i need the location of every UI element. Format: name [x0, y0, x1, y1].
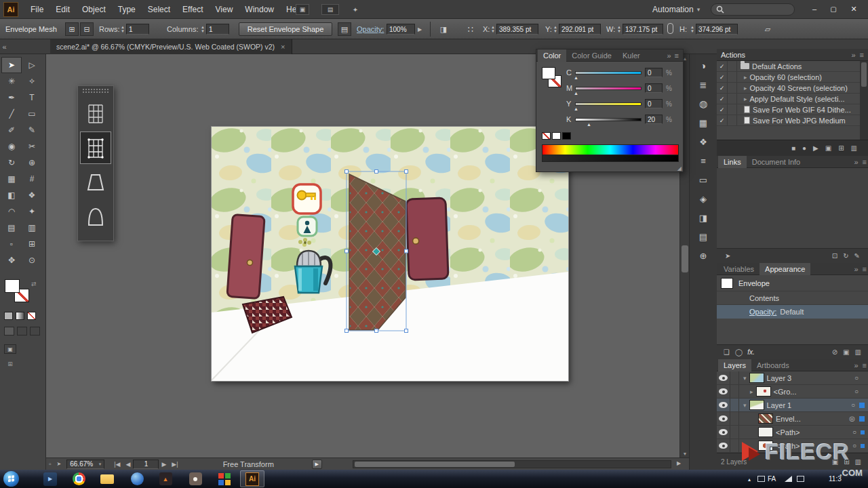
- workspace-switcher[interactable]: Automation ▾: [652, 0, 700, 19]
- search-input[interactable]: [711, 3, 795, 16]
- menu-type[interactable]: Type: [112, 0, 142, 19]
- artboard-tool-icon[interactable]: ⊞: [22, 236, 42, 252]
- duplicate-item-icon[interactable]: ▣: [840, 348, 852, 356]
- scroll-down-icon[interactable]: ▼: [680, 449, 690, 458]
- layer-label[interactable]: <Path>: [776, 428, 800, 436]
- h-input[interactable]: 374.296 pt: [696, 24, 738, 35]
- envelope-options-icon[interactable]: ▤: [338, 22, 351, 36]
- symbol-sprayer-tool-icon[interactable]: ▥: [22, 220, 42, 236]
- delete-item-icon[interactable]: ▥: [852, 348, 864, 356]
- layer-row[interactable]: ▾ Layer 1 ○: [717, 399, 868, 412]
- fill-proxy-swatch[interactable]: [542, 67, 555, 79]
- menu-effect[interactable]: Effect: [176, 0, 209, 19]
- delete-layer-icon[interactable]: ▥: [852, 458, 864, 466]
- opacity-flyout-icon[interactable]: ▶: [416, 24, 424, 35]
- tab-variables[interactable]: Variables: [718, 263, 760, 275]
- menu-edit[interactable]: Edit: [50, 0, 76, 19]
- panel-expand-icon[interactable]: »: [854, 361, 858, 369]
- fill-swatch[interactable]: [5, 279, 20, 293]
- hand-tool-icon[interactable]: ✥: [1, 252, 22, 268]
- taskbar-vlc[interactable]: ▲: [153, 470, 178, 487]
- appearance-row-envelope[interactable]: Envelope: [717, 275, 868, 291]
- language-indicator[interactable]: FA: [768, 475, 776, 483]
- mesh-tool-icon[interactable]: ❖: [22, 187, 42, 203]
- white-swatch[interactable]: [552, 132, 561, 140]
- black-value[interactable]: 20: [645, 115, 663, 124]
- zoom-tool-icon[interactable]: ⊙: [22, 252, 42, 268]
- network-icon[interactable]: [785, 476, 792, 482]
- taskbar-office[interactable]: [212, 470, 236, 487]
- blend-tool-icon[interactable]: ▤: [1, 220, 22, 236]
- delete-icon[interactable]: ▥: [848, 144, 860, 152]
- edit-original-icon[interactable]: ✎: [852, 252, 863, 260]
- add-effect-icon[interactable]: fx.: [745, 348, 757, 356]
- action-row[interactable]: ✓ Default Actions: [717, 61, 860, 72]
- tab-color[interactable]: Color: [538, 49, 566, 62]
- expand-icon[interactable]: ▸: [744, 85, 747, 92]
- target-icon[interactable]: ○: [852, 428, 856, 436]
- go-to-link-icon[interactable]: ➤: [722, 252, 733, 260]
- taskbar-browser[interactable]: [66, 470, 91, 487]
- graphic-styles-icon[interactable]: ▤: [694, 228, 712, 245]
- magic-wand-tool-icon[interactable]: ✳: [1, 73, 22, 89]
- eyedropper-tool-icon[interactable]: ✦: [22, 203, 42, 220]
- black-slider[interactable]: ▲: [575, 118, 642, 121]
- show-hidden-icons[interactable]: ▴: [745, 474, 754, 485]
- bridge-icon[interactable]: ▣: [296, 4, 309, 15]
- shape-builder-tool-icon[interactable]: #: [22, 171, 42, 187]
- lock-toggle[interactable]: [730, 426, 739, 439]
- w-stepper[interactable]: ▲▼: [617, 25, 621, 33]
- line-segment-tool-icon[interactable]: ╱: [1, 106, 22, 122]
- target-icon[interactable]: ○: [852, 442, 856, 449]
- status-arrow-icon[interactable]: ➤: [54, 461, 64, 467]
- top-object-icon[interactable]: [80, 199, 111, 233]
- selection-tool-icon[interactable]: ➤: [1, 57, 22, 73]
- horizontal-scrollbar[interactable]: [353, 460, 671, 468]
- volume-icon[interactable]: [797, 476, 804, 482]
- symbols-icon[interactable]: ❖: [694, 134, 712, 150]
- visibility-toggle[interactable]: [717, 371, 730, 384]
- layer-label[interactable]: Layer 1: [767, 401, 792, 409]
- width-tool-icon[interactable]: ▦: [1, 171, 22, 187]
- appearance-row-opacity[interactable]: Opacity: Default: [717, 305, 868, 319]
- resize-grip-icon[interactable]: ◢: [677, 165, 682, 171]
- action-check-icon[interactable]: ✓: [717, 94, 728, 104]
- lock-toggle[interactable]: [730, 371, 739, 384]
- color-mode-icon[interactable]: [4, 312, 13, 320]
- menu-window[interactable]: Window: [239, 0, 280, 19]
- tab-kuler[interactable]: Kuler: [617, 49, 646, 62]
- layer-label[interactable]: Layer 3: [767, 374, 792, 382]
- color-icon[interactable]: ◑: [694, 58, 712, 74]
- edit-toolbar-icon[interactable]: ⊞: [4, 359, 16, 369]
- tab-artboards[interactable]: Artboards: [751, 359, 795, 371]
- draw-normal-icon[interactable]: [4, 327, 14, 336]
- x-input[interactable]: 389.355 pt: [496, 24, 538, 35]
- cs-live-icon[interactable]: ✦: [349, 4, 362, 15]
- menu-object[interactable]: Object: [76, 0, 112, 19]
- status-flyout-icon[interactable]: ▶: [312, 460, 322, 469]
- relink-icon[interactable]: ⊡: [829, 252, 840, 260]
- layer-row[interactable]: Envel... ◎: [717, 412, 868, 426]
- artboard-number-input[interactable]: 1: [133, 460, 159, 469]
- start-button[interactable]: [3, 471, 19, 487]
- layer-row[interactable]: <Path> ○: [717, 439, 868, 453]
- column-graph-tool-icon[interactable]: ▫: [1, 236, 22, 252]
- visibility-toggle[interactable]: [717, 412, 730, 425]
- action-row[interactable]: ✓ Save For Web GIF 64 Dithe...: [717, 104, 860, 115]
- taskbar-explorer[interactable]: [95, 470, 119, 487]
- workspace-toggle-icon[interactable]: ▫: [46, 460, 54, 468]
- panel-menu-icon[interactable]: ≡: [863, 361, 867, 369]
- target-icon[interactable]: ○: [854, 374, 859, 382]
- lock-toggle[interactable]: [730, 412, 739, 425]
- isolate-icon[interactable]: ∷: [464, 22, 477, 36]
- expand-icon[interactable]: ▾: [743, 375, 747, 382]
- screen-mode-icon[interactable]: ▣: [4, 344, 16, 354]
- visibility-toggle[interactable]: [717, 399, 730, 411]
- new-fill-icon[interactable]: ◯: [732, 348, 745, 356]
- taskbar-photo-app[interactable]: [183, 470, 208, 487]
- action-check-icon[interactable]: ✓: [717, 61, 728, 71]
- black-swatch[interactable]: [562, 132, 571, 140]
- tab-layers[interactable]: Layers: [718, 359, 751, 371]
- taskbar-app-blue[interactable]: [125, 470, 149, 487]
- collapse-panels-icon[interactable]: «: [0, 39, 9, 54]
